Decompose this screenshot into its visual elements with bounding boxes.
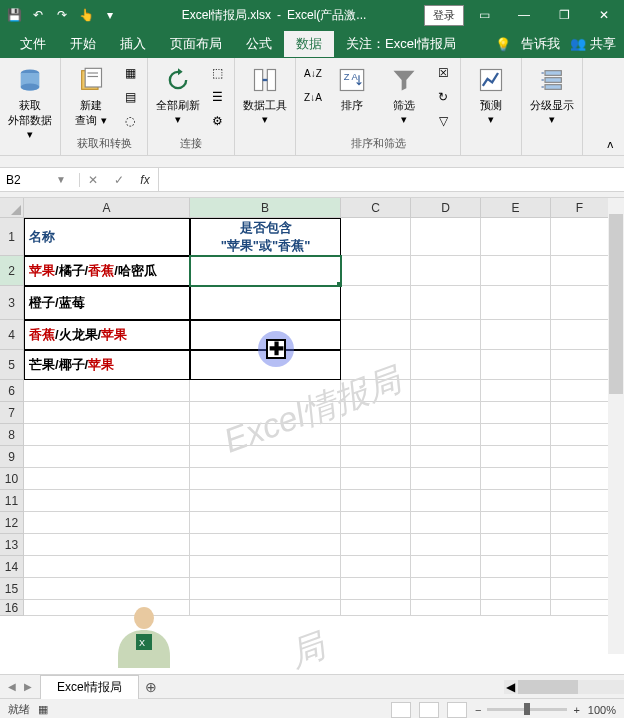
tell-me[interactable]: 告诉我 [521, 35, 560, 53]
row-header-2[interactable]: 2 [0, 256, 24, 286]
cell-F15[interactable] [551, 578, 609, 600]
collapse-ribbon-icon[interactable]: ᴧ [589, 136, 618, 153]
cell-F12[interactable] [551, 512, 609, 534]
cell-D15[interactable] [411, 578, 481, 600]
tab-page-layout[interactable]: 页面布局 [158, 31, 234, 57]
cell-E1[interactable] [481, 218, 551, 256]
cell-A10[interactable] [24, 468, 190, 490]
cell-C5[interactable] [341, 350, 411, 380]
cell-E11[interactable] [481, 490, 551, 512]
ribbon-display-icon[interactable]: ▭ [464, 0, 504, 30]
row-header-1[interactable]: 1 [0, 218, 24, 256]
vertical-scrollbar[interactable] [608, 198, 624, 654]
col-header-B[interactable]: B [190, 198, 341, 218]
cell-D11[interactable] [411, 490, 481, 512]
cell-A3[interactable]: 橙子/蓝莓 [24, 286, 190, 320]
zoom-in-icon[interactable]: + [573, 704, 579, 716]
cell-C12[interactable] [341, 512, 411, 534]
cell-B14[interactable] [190, 556, 341, 578]
col-header-F[interactable]: F [551, 198, 609, 218]
cell-A14[interactable] [24, 556, 190, 578]
cell-E2[interactable] [481, 256, 551, 286]
cell-B1[interactable]: 是否包含"苹果"或"香蕉" [190, 218, 341, 256]
insert-function-icon[interactable]: fx [132, 168, 158, 192]
cell-D9[interactable] [411, 446, 481, 468]
cell-B8[interactable] [190, 424, 341, 446]
cell-B2[interactable] [190, 256, 341, 286]
undo-icon[interactable]: ↶ [26, 3, 50, 27]
forecast-button[interactable]: 预测▾ [467, 62, 515, 128]
tab-attention[interactable]: 关注：Excel情报局 [334, 31, 468, 57]
cell-B12[interactable] [190, 512, 341, 534]
row-header-9[interactable]: 9 [0, 446, 24, 468]
zoom-out-icon[interactable]: − [475, 704, 481, 716]
row-header-10[interactable]: 10 [0, 468, 24, 490]
qat-dropdown-icon[interactable]: ▾ [98, 3, 122, 27]
cell-C16[interactable] [341, 600, 411, 616]
sheet-nav-next-icon[interactable]: ▶ [20, 677, 36, 697]
row-header-16[interactable]: 16 [0, 600, 24, 616]
cell-E15[interactable] [481, 578, 551, 600]
row-header-14[interactable]: 14 [0, 556, 24, 578]
cell-E8[interactable] [481, 424, 551, 446]
cell-E10[interactable] [481, 468, 551, 490]
cell-A2[interactable]: 苹果/橘子/香蕉/哈密瓜 [24, 256, 190, 286]
cell-A5[interactable]: 芒果/椰子/苹果 [24, 350, 190, 380]
cell-F5[interactable] [551, 350, 609, 380]
connections-icon[interactable]: ⬚ [206, 62, 228, 84]
cell-D6[interactable] [411, 380, 481, 402]
cell-C11[interactable] [341, 490, 411, 512]
reapply-icon[interactable]: ↻ [432, 86, 454, 108]
cell-F16[interactable] [551, 600, 609, 616]
row-header-13[interactable]: 13 [0, 534, 24, 556]
cell-D10[interactable] [411, 468, 481, 490]
recent-sources-icon[interactable]: ◌ [119, 110, 141, 132]
cell-C6[interactable] [341, 380, 411, 402]
cell-C9[interactable] [341, 446, 411, 468]
add-sheet-icon[interactable]: ⊕ [139, 677, 163, 697]
formula-input[interactable] [159, 173, 624, 187]
sheet-tab[interactable]: Excel情报局 [40, 675, 139, 699]
cell-E12[interactable] [481, 512, 551, 534]
sheet-nav-prev-icon[interactable]: ◀ [4, 677, 20, 697]
cell-F1[interactable] [551, 218, 609, 256]
cell-B5[interactable] [190, 350, 341, 380]
col-header-C[interactable]: C [341, 198, 411, 218]
row-header-6[interactable]: 6 [0, 380, 24, 402]
cell-F7[interactable] [551, 402, 609, 424]
cell-A6[interactable] [24, 380, 190, 402]
page-layout-view-icon[interactable] [419, 702, 439, 718]
tab-formulas[interactable]: 公式 [234, 31, 284, 57]
cell-A7[interactable] [24, 402, 190, 424]
cell-C8[interactable] [341, 424, 411, 446]
maximize-icon[interactable]: ❐ [544, 0, 584, 30]
cancel-formula-icon[interactable]: ✕ [80, 168, 106, 192]
cell-B10[interactable] [190, 468, 341, 490]
tab-insert[interactable]: 插入 [108, 31, 158, 57]
cell-F4[interactable] [551, 320, 609, 350]
cell-B11[interactable] [190, 490, 341, 512]
cell-C1[interactable] [341, 218, 411, 256]
cell-E5[interactable] [481, 350, 551, 380]
login-button[interactable]: 登录 [424, 5, 464, 26]
save-icon[interactable]: 💾 [2, 3, 26, 27]
cell-F9[interactable] [551, 446, 609, 468]
row-header-8[interactable]: 8 [0, 424, 24, 446]
cell-C4[interactable] [341, 320, 411, 350]
cell-A4[interactable]: 香蕉/火龙果/苹果 [24, 320, 190, 350]
row-header-7[interactable]: 7 [0, 402, 24, 424]
col-header-D[interactable]: D [411, 198, 481, 218]
cell-F8[interactable] [551, 424, 609, 446]
cell-F10[interactable] [551, 468, 609, 490]
cell-C10[interactable] [341, 468, 411, 490]
row-header-4[interactable]: 4 [0, 320, 24, 350]
cell-F6[interactable] [551, 380, 609, 402]
row-header-15[interactable]: 15 [0, 578, 24, 600]
page-break-view-icon[interactable] [447, 702, 467, 718]
bulb-icon[interactable]: 💡 [495, 37, 511, 52]
row-header-12[interactable]: 12 [0, 512, 24, 534]
cell-D2[interactable] [411, 256, 481, 286]
redo-icon[interactable]: ↷ [50, 3, 74, 27]
cell-E3[interactable] [481, 286, 551, 320]
cell-B9[interactable] [190, 446, 341, 468]
